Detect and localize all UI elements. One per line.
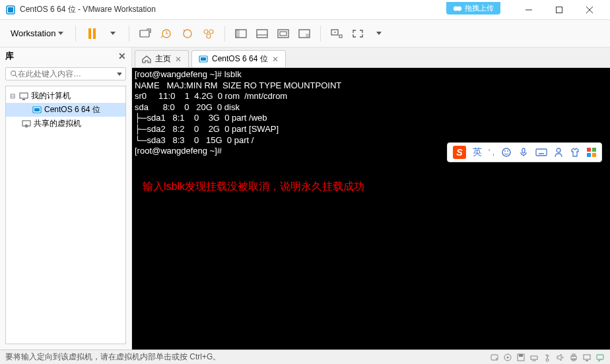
keyboard-icon[interactable] [535,148,547,157]
content-area: 主页 ✕ CentOS 6 64 位 ✕ [root@wangdefeng ~]… [132,47,610,349]
disk-icon[interactable] [490,353,499,362]
vm-icon [199,55,208,63]
display-icon[interactable] [582,353,592,362]
ime-logo[interactable]: S [453,146,466,159]
terminal-line: NAME MAJ:MIN RM SIZE RO TYPE MOUNTPOINT [135,80,341,90]
svg-point-35 [496,358,497,359]
message-icon[interactable] [595,353,605,362]
terminal-line: [root@wangdefeng ~]# lsblk [135,69,242,79]
ime-language[interactable]: 英 [473,146,482,158]
svg-rect-47 [572,354,575,356]
skin-icon[interactable] [570,148,580,157]
snapshot-button[interactable] [157,24,176,43]
computer-icon [19,92,28,100]
status-bar: 要将输入定向到该虚拟机，请在虚拟机内部单击或按 Ctrl+G。 [0,349,610,364]
toolbox-icon[interactable] [587,148,596,157]
svg-rect-8 [140,30,149,37]
printer-icon[interactable] [569,353,578,362]
send-cad-button[interactable] [136,24,154,43]
unity-button[interactable] [327,24,346,43]
window-controls [514,0,605,20]
svg-point-52 [502,148,510,156]
separator [129,26,129,42]
svg-rect-16 [257,30,267,38]
sidebar-close-button[interactable]: ✕ [118,51,126,61]
tree-vm-centos[interactable]: CentOS 6 64 位 [6,103,125,117]
separator [320,26,321,42]
close-tab-icon[interactable]: ✕ [272,55,279,64]
svg-rect-39 [519,354,523,357]
svg-rect-51 [597,355,603,359]
home-icon [142,55,151,63]
svg-rect-21 [306,34,309,37]
terminal-line: sda 8:0 0 20G 0 disk [135,102,242,112]
minimize-button[interactable] [514,0,544,20]
snapshot-manager-button[interactable] [199,24,218,43]
close-tab-icon[interactable]: ✕ [175,55,182,64]
view-thumbnail-button[interactable] [253,24,271,43]
toolbar: Workstation [0,20,610,47]
tab-vm-label: CentOS 6 64 位 [212,53,268,65]
power-dropdown[interactable] [104,24,122,43]
chevron-down-icon[interactable] [117,73,121,76]
maximize-button[interactable] [544,0,574,20]
fullscreen-button[interactable] [349,24,367,43]
status-icons [490,353,605,362]
ime-toolbar[interactable]: S 英 ' , [447,142,602,162]
network-icon[interactable] [529,353,539,362]
svg-rect-33 [201,57,206,61]
svg-rect-49 [584,355,590,359]
mic-icon[interactable] [518,147,529,158]
person-icon[interactable] [554,147,563,158]
svg-point-42 [546,359,549,361]
svg-line-25 [15,75,17,77]
tabs: 主页 ✕ CentOS 6 64 位 ✕ [132,47,610,68]
cdrom-icon[interactable] [503,353,512,362]
pause-button[interactable] [83,24,101,43]
terminal-line: ├─sda1 8:1 0 3G 0 part /web [135,113,267,123]
sidebar: 库 ✕ ⊟ 我的计算机 CentOS 6 64 位 共享的虚拟机 [0,47,132,349]
sidebar-title: 库 [5,50,14,62]
tree-root-mycomputer[interactable]: ⊟ 我的计算机 [6,89,125,103]
tab-vm[interactable]: CentOS 6 64 位 ✕ [191,50,286,67]
sound-icon[interactable] [556,353,565,362]
title-bar: CentOS 6 64 位 - VMware Workstation 拖拽上传 [0,0,610,20]
status-text: 要将输入定向到该虚拟机，请在虚拟机内部单击或按 Ctrl+G。 [5,351,220,363]
view-summary-button[interactable] [295,24,314,43]
emoji-icon[interactable] [501,147,512,158]
terminal-line: └─sda3 8:3 0 15G 0 part / [135,135,254,145]
tab-home[interactable]: 主页 ✕ [135,50,189,67]
floppy-icon[interactable] [516,353,525,362]
svg-rect-57 [536,149,547,156]
app-icon [5,5,16,15]
ime-punct[interactable]: ' , [489,148,494,157]
svg-point-63 [557,148,560,152]
svg-point-31 [25,124,28,127]
usb-icon[interactable] [543,353,552,362]
svg-point-24 [11,71,16,76]
fullscreen-dropdown[interactable] [370,24,388,43]
svg-rect-19 [280,32,287,36]
search-icon [10,69,18,78]
tree-shared-vms[interactable]: 共享的虚拟机 [6,117,125,131]
sidebar-header: 库 ✕ [0,47,131,65]
svg-rect-15 [236,30,240,38]
upload-button[interactable]: 拖拽上传 [446,2,500,15]
separator [224,26,225,42]
search-input[interactable] [18,69,117,78]
view-console-button[interactable] [274,24,292,43]
svg-point-11 [204,30,208,34]
revert-snapshot-button[interactable] [178,24,197,43]
sidebar-search[interactable] [5,67,126,80]
close-button[interactable] [574,0,605,20]
tree-toggle[interactable]: ⊟ [9,92,17,100]
svg-point-37 [507,356,509,358]
svg-rect-55 [522,148,525,153]
terminal[interactable]: [root@wangdefeng ~]# lsblk NAME MAJ:MIN … [132,68,610,349]
upload-label: 拖拽上传 [465,3,494,13]
tree-shared-label: 共享的虚拟机 [34,118,81,129]
shared-icon [22,120,31,128]
menu-workstation[interactable]: Workstation [5,26,69,41]
view-single-button[interactable] [232,24,250,43]
terminal-line: ├─sda2 8:2 0 2G 0 part [SWAP] [135,124,279,134]
